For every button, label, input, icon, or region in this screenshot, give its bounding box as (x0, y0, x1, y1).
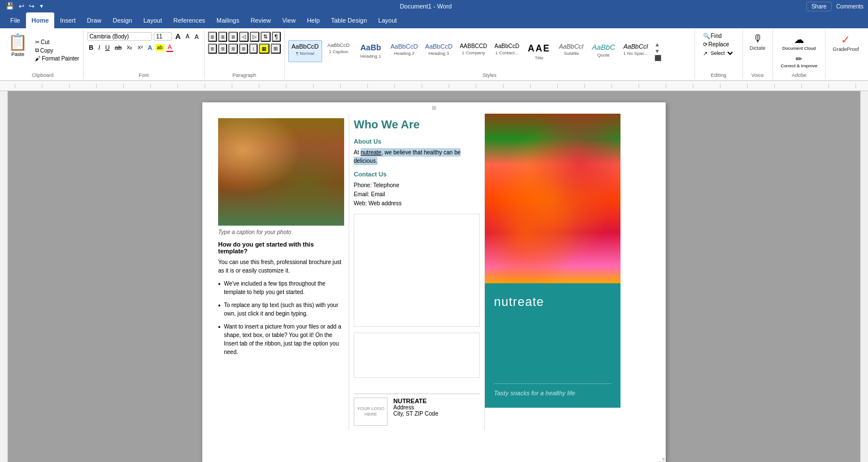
style-subtitle-label: Subtitle (564, 51, 579, 56)
line-spacing-button[interactable]: ↕ (249, 44, 258, 54)
phone-line[interactable]: Phone: Telephone (354, 181, 480, 190)
tab-view[interactable]: View (276, 12, 301, 28)
style-caption[interactable]: AaBbCcD 1 Caption (323, 40, 354, 62)
document-page[interactable]: ⊞ Type a caption for your photo How do y… (202, 102, 666, 462)
replace-button[interactable]: ⟳ Replace (700, 40, 738, 49)
style-heading1[interactable]: AaBb Heading 1 (355, 40, 387, 62)
bold-button[interactable]: B (87, 44, 95, 51)
show-marks-button[interactable]: ¶ (272, 32, 281, 42)
cut-button[interactable]: ✂ Cut (33, 38, 81, 46)
tab-home[interactable]: Home (26, 12, 55, 28)
list-item: • Want to insert a picture from your fil… (218, 322, 344, 356)
style-no-space[interactable]: AaBbCcI 1 No Spac... (620, 40, 652, 62)
bullets-button[interactable]: ≡ (208, 32, 217, 42)
comments-button[interactable]: Comments (836, 3, 863, 10)
tab-references[interactable]: References (168, 12, 211, 28)
logo-placeholder[interactable]: YOUR LOGOHERE (354, 398, 388, 426)
bullet-text-2[interactable]: To replace any tip text (such as this) w… (224, 301, 344, 318)
company-name[interactable]: NUTREATE (393, 398, 438, 404)
gallery-up-button[interactable]: ▲ (653, 41, 663, 48)
column3-photo[interactable] (485, 114, 620, 283)
superscript-button[interactable]: X² (136, 44, 144, 51)
style-heading3[interactable]: AaBbCcD Heading 3 (422, 40, 455, 62)
paste-button[interactable]: 📋 Paste (5, 31, 31, 70)
align-right-button[interactable]: ≡ (228, 44, 237, 54)
share-button[interactable]: Share (806, 2, 832, 11)
gallery-more-button[interactable]: ⬛ (653, 55, 663, 61)
brand-name[interactable]: nutreate (494, 295, 611, 309)
tab-layout[interactable]: Layout (138, 12, 168, 28)
select-dropdown[interactable]: Select (709, 50, 735, 57)
gradeproof-button[interactable]: ✓ GradeProof (830, 32, 861, 53)
multilevel-button[interactable]: ≡ (228, 32, 237, 42)
shrink-font-button[interactable]: A (184, 33, 192, 40)
bullet-text-1[interactable]: We've included a few tips throughout the… (224, 279, 344, 296)
column1-photo[interactable] (218, 118, 344, 226)
about-us-text[interactable]: At nutreate, we believe that healthy can… (354, 148, 480, 165)
about-us-title[interactable]: About Us (354, 138, 480, 145)
numbering-button[interactable]: ≡ (218, 32, 227, 42)
justify-button[interactable]: ≡ (239, 44, 248, 54)
clear-format-button[interactable]: A (193, 33, 200, 41)
strikethrough-button[interactable]: ab (113, 44, 123, 51)
font-name-selector[interactable] (87, 32, 152, 41)
contact-us-title[interactable]: Contact Us (354, 171, 480, 178)
select-button[interactable]: ↗ Select (700, 49, 738, 58)
copy-button[interactable]: ⧉ Copy (33, 46, 81, 54)
style-normal[interactable]: AaBbCcD ¶ Normal (288, 40, 322, 62)
customize-quick-access-button[interactable]: ▼ (38, 3, 45, 9)
dictate-button[interactable]: 🎙 Dictate (748, 32, 768, 52)
grow-font-button[interactable]: A (173, 32, 182, 41)
web-line[interactable]: Web: Web address (354, 199, 480, 208)
move-handle[interactable]: ⊞ (432, 105, 436, 111)
font-color-button[interactable]: A (166, 43, 173, 52)
tab-help[interactable]: Help (301, 12, 326, 28)
find-button[interactable]: 🔍 Find (700, 32, 738, 40)
tab-draw[interactable]: Draw (81, 12, 107, 28)
tab-insert[interactable]: Insert (54, 12, 81, 28)
save-button[interactable]: 💾 (5, 2, 15, 10)
photo-caption[interactable]: Type a caption for your photo (218, 229, 344, 235)
align-left-button[interactable]: ≡ (208, 44, 217, 54)
style-company[interactable]: AABBCCD 1 Company (457, 40, 491, 62)
underline-button[interactable]: U (103, 44, 111, 51)
about-brand-highlighted[interactable]: nutreate (361, 148, 381, 157)
style-subtitle[interactable]: AaBbCcI Subtitle (555, 40, 587, 62)
template-question[interactable]: How do you get started with this templat… (218, 241, 344, 254)
style-contact[interactable]: AaBbCcD 1 Contact... (491, 40, 523, 62)
tab-file[interactable]: File (5, 12, 26, 28)
company-city[interactable]: City, ST ZIP Code (393, 411, 438, 417)
sort-button[interactable]: ⇅ (261, 32, 271, 42)
redo-button[interactable]: ↪ (28, 2, 36, 10)
who-we-are-title[interactable]: Who We Are (354, 118, 480, 131)
italic-button[interactable]: I (97, 44, 102, 51)
style-heading2[interactable]: AaBbCcD Heading 2 (387, 40, 421, 62)
center-button[interactable]: ≡ (218, 44, 227, 54)
borders-button[interactable]: ⊞ (271, 44, 281, 54)
font-size-selector[interactable] (154, 32, 172, 41)
tab-layout2[interactable]: Layout (372, 12, 402, 28)
shading-button[interactable]: ▦ (259, 44, 270, 54)
correct-improve-button[interactable]: ✏ Correct & Improve (778, 53, 821, 70)
tab-design[interactable]: Design (107, 12, 137, 28)
brand-tagline[interactable]: Tasty snacks for a healthy life (494, 390, 611, 396)
decrease-indent-button[interactable]: ◁ (239, 32, 249, 42)
bullet-text-3[interactable]: Want to insert a picture from your files… (224, 322, 344, 356)
tab-table-design[interactable]: Table Design (326, 12, 373, 28)
style-title[interactable]: AAE Title (523, 40, 555, 62)
email-line[interactable]: Email: Email (354, 190, 480, 199)
increase-indent-button[interactable]: ▷ (250, 32, 259, 42)
resize-handle[interactable] (659, 457, 665, 462)
text-effects-button[interactable]: A (146, 44, 153, 51)
undo-button[interactable]: ↩ (18, 2, 25, 10)
tab-review[interactable]: Review (245, 12, 276, 28)
company-address[interactable]: Address (393, 404, 438, 411)
template-intro[interactable]: You can use this fresh, professional bro… (218, 258, 344, 275)
format-painter-button[interactable]: 🖌 Format Painter (33, 55, 81, 62)
style-quote[interactable]: AaBbC Quote (588, 40, 619, 62)
gallery-down-button[interactable]: ▼ (653, 48, 663, 54)
document-cloud-button[interactable]: ☁ Document Cloud (778, 32, 821, 53)
highlight-button[interactable]: ab (155, 44, 164, 51)
subscript-button[interactable]: X₂ (125, 44, 134, 51)
tab-mailings[interactable]: Mailings (211, 12, 245, 28)
